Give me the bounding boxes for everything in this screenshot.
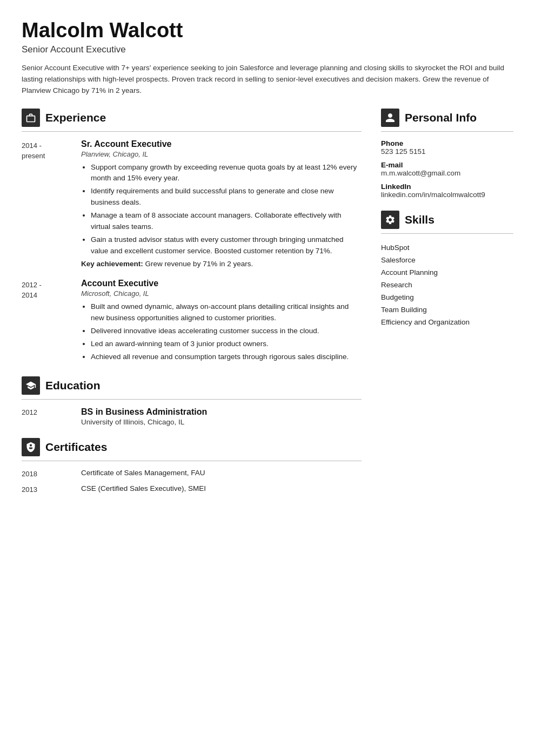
certificates-section: Certificates 2018 Certificate of Sales M… <box>22 438 362 494</box>
skill-6: Team Building <box>381 303 513 316</box>
cert-row-1: 2018 Certificate of Sales Management, FA… <box>22 469 362 478</box>
education-section: Education 2012 BS in Business Administra… <box>22 376 362 426</box>
skills-header: Skills <box>381 211 513 229</box>
candidate-name: Malcolm Walcott <box>22 19 513 42</box>
skills-section: Skills HubSpot Salesforce Account Planni… <box>381 211 513 328</box>
skill-7: Efficiency and Organization <box>381 316 513 328</box>
experience-title: Experience <box>45 111 106 124</box>
job-date-2: 2012 - 2014 <box>22 279 81 364</box>
experience-section: Experience 2014 - present Sr. Account Ex… <box>22 109 362 364</box>
skills-icon <box>381 211 399 229</box>
skill-5: Budgeting <box>381 291 513 303</box>
linkedin-label: LinkedIn <box>381 183 513 191</box>
certificates-header: Certificates <box>22 438 362 456</box>
job-achievement-1: Key achievement: Grew revenue by 71% in … <box>81 260 362 268</box>
cert-date-2: 2013 <box>22 484 81 494</box>
candidate-summary: Senior Account Executive with 7+ years' … <box>22 63 513 97</box>
job-date-1: 2014 - present <box>22 139 81 268</box>
right-column: Personal Info Phone 523 125 5151 E-mail … <box>381 109 513 505</box>
job-content-1: Sr. Account Executive Planview, Chicago,… <box>81 139 362 268</box>
bullet-1-2: Identify requirements and build successf… <box>91 186 362 208</box>
edu-date-1: 2012 <box>22 407 81 426</box>
education-header: Education <box>22 376 362 395</box>
personal-info-title: Personal Info <box>405 111 477 124</box>
cert-name-1: Certificate of Sales Management, FAU <box>81 469 205 478</box>
experience-divider <box>22 131 362 132</box>
cert-row-2: 2013 CSE (Certified Sales Executive), SM… <box>22 484 362 494</box>
edu-degree-1: BS in Business Administration <box>81 407 207 417</box>
personal-info-header: Personal Info <box>381 109 513 127</box>
edu-content-1: BS in Business Administration University… <box>81 407 207 426</box>
bullet-2-2: Delivered innovative ideas accelerating … <box>91 326 362 337</box>
skills-list: HubSpot Salesforce Account Planning Rese… <box>381 241 513 328</box>
bullet-2-1: Built and owned dynamic, always on-accou… <box>91 301 362 324</box>
job-title-1: Sr. Account Executive <box>81 139 362 149</box>
main-layout: Experience 2014 - present Sr. Account Ex… <box>22 109 513 505</box>
personal-info-divider <box>381 131 513 132</box>
cert-name-2: CSE (Certified Sales Executive), SMEI <box>81 484 206 494</box>
bullet-2-4: Achieved all revenue and consumption tar… <box>91 352 362 363</box>
experience-header: Experience <box>22 109 362 127</box>
bullet-1-1: Support company growth by exceeding reve… <box>91 162 362 185</box>
bullet-2-3: Led an award-winning team of 3 junior pr… <box>91 339 362 350</box>
phone-value: 523 125 5151 <box>381 147 513 156</box>
left-column: Experience 2014 - present Sr. Account Ex… <box>22 109 362 505</box>
job-company-1: Planview, Chicago, IL <box>81 150 362 158</box>
phone-item: Phone 523 125 5151 <box>381 139 513 156</box>
job-bullets-2: Built and owned dynamic, always on-accou… <box>81 301 362 363</box>
job-company-2: Microsoft, Chicago, IL <box>81 289 362 298</box>
edu-row-1: 2012 BS in Business Administration Unive… <box>22 407 362 426</box>
skills-title: Skills <box>405 213 434 226</box>
education-title: Education <box>45 379 101 392</box>
skill-3: Account Planning <box>381 266 513 279</box>
email-label: E-mail <box>381 161 513 169</box>
skill-1: HubSpot <box>381 241 513 254</box>
job-row-1: 2014 - present Sr. Account Executive Pla… <box>22 139 362 268</box>
job-content-2: Account Executive Microsoft, Chicago, IL… <box>81 279 362 364</box>
candidate-title: Senior Account Executive <box>22 44 513 55</box>
job-title-2: Account Executive <box>81 279 362 288</box>
education-icon <box>22 376 40 395</box>
skill-4: Research <box>381 279 513 291</box>
resume-header: Malcolm Walcott Senior Account Executive… <box>22 19 513 97</box>
experience-icon <box>22 109 40 127</box>
certificates-title: Certificates <box>45 441 107 454</box>
bullet-1-4: Gain a trusted advisor status with every… <box>91 234 362 257</box>
certificates-icon <box>22 438 40 456</box>
phone-label: Phone <box>381 139 513 147</box>
education-divider <box>22 399 362 400</box>
linkedin-item: LinkedIn linkedin.com/in/malcolmwalcott9 <box>381 183 513 199</box>
bullet-1-3: Manage a team of 8 associate account man… <box>91 210 362 233</box>
personal-info-section: Personal Info Phone 523 125 5151 E-mail … <box>381 109 513 199</box>
linkedin-value: linkedin.com/in/malcolmwalcott9 <box>381 191 513 199</box>
job-row-2: 2012 - 2014 Account Executive Microsoft,… <box>22 279 362 364</box>
skill-2: Salesforce <box>381 254 513 266</box>
email-value: m.m.walcott@gmail.com <box>381 169 513 177</box>
personal-info-icon <box>381 109 399 127</box>
certificates-divider <box>22 461 362 461</box>
skills-divider <box>381 233 513 234</box>
job-bullets-1: Support company growth by exceeding reve… <box>81 162 362 257</box>
edu-school-1: University of Illinois, Chicago, IL <box>81 418 207 426</box>
cert-date-1: 2018 <box>22 469 81 478</box>
email-item: E-mail m.m.walcott@gmail.com <box>381 161 513 177</box>
